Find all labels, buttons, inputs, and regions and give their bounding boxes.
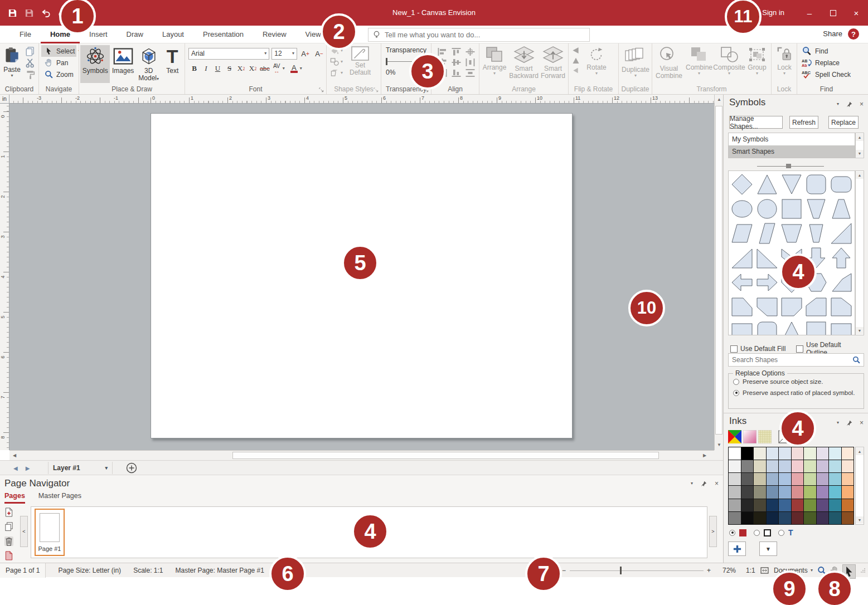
fit-to-window-icon[interactable] [760, 567, 769, 574]
distribute-v-icon[interactable] [465, 69, 476, 77]
menu-tab-layout[interactable]: Layout [153, 26, 193, 43]
superscript-button[interactable]: X2 [247, 62, 259, 75]
color-swatch[interactable] [792, 460, 804, 472]
manage-shapes-button[interactable]: Manage Shapes... [729, 116, 783, 129]
sign-in-button[interactable]: Sign in [762, 0, 784, 26]
color-swatch[interactable] [767, 460, 779, 472]
smart-forward-button[interactable]: Smart Forward [539, 45, 567, 83]
vertical-scroll-thumb[interactable] [715, 106, 722, 435]
composite-button[interactable]: Composite ▾ [714, 45, 745, 83]
color-swatch[interactable] [829, 460, 841, 472]
color-swatch[interactable] [842, 460, 854, 472]
symbol-size-slider-thumb[interactable] [786, 164, 791, 168]
color-swatch[interactable] [767, 447, 779, 460]
color-swatch[interactable] [779, 447, 791, 460]
zoom-button[interactable]: Zoom [41, 69, 76, 80]
visual-combine-button[interactable]: Visual Combine [653, 45, 685, 83]
symbol-shape-arrow-up[interactable] [829, 246, 854, 270]
color-swatch[interactable] [842, 499, 854, 511]
symbol-shape-arrow-left[interactable] [730, 270, 754, 295]
symbol-shape-triangle[interactable] [754, 172, 779, 197]
symbol-shape-rounded-rect[interactable] [829, 172, 854, 197]
color-swatch[interactable] [741, 499, 754, 511]
menu-tab-presentation[interactable]: Presentation [193, 26, 253, 43]
maximize-button[interactable] [821, 0, 845, 26]
symbol-shape-square[interactable] [779, 197, 804, 221]
inks-close-icon[interactable]: × [860, 419, 864, 427]
flip-vertical-icon[interactable] [571, 57, 580, 64]
color-swatch[interactable] [754, 447, 766, 460]
minimize-button[interactable]: – [798, 0, 821, 26]
fill-ink-radio[interactable] [729, 530, 735, 536]
align-left-icon[interactable] [437, 47, 448, 56]
outline-style-button[interactable]: ▾ [329, 57, 343, 66]
color-swatch[interactable] [767, 486, 779, 498]
color-swatch[interactable] [792, 499, 804, 511]
color-swatch[interactable] [754, 473, 766, 485]
zoom-ratio-button[interactable]: 1:1 [746, 563, 755, 578]
scroll-up-icon[interactable]: ▲ [715, 96, 723, 103]
ink-options-button[interactable]: ▼ [759, 541, 777, 556]
symbol-shape-arrow-right[interactable] [754, 270, 779, 295]
share-button[interactable]: Share [823, 30, 842, 38]
symbol-shape-rounded-square[interactable] [804, 172, 828, 197]
smart-backward-button[interactable]: Smart Backward [508, 45, 539, 83]
horizontal-scroll-thumb[interactable] [232, 452, 659, 459]
pan-button[interactable]: Pan [41, 57, 76, 69]
font-dialog-launcher-icon[interactable] [319, 87, 324, 92]
symbol-size-slider[interactable] [757, 163, 824, 169]
close-icon[interactable]: × [715, 480, 719, 487]
symbol-shape-trapezoid-tall[interactable] [829, 197, 854, 221]
pages-scroll-prev-button[interactable]: < [20, 516, 28, 547]
zoom-percent[interactable]: 72% [722, 563, 736, 578]
find-button[interactable]: Find [798, 45, 855, 57]
color-swatch[interactable] [842, 473, 854, 485]
shapes-scroll-down-icon[interactable]: ▼ [856, 327, 864, 334]
flip-horizontal-icon[interactable] [571, 47, 580, 54]
color-swatch[interactable] [767, 512, 779, 524]
scroll-down-icon[interactable]: ▼ [715, 441, 723, 448]
symbol-shape-slant-triangle[interactable] [829, 221, 854, 246]
menu-tab-review[interactable]: Review [253, 26, 296, 43]
color-swatch[interactable] [792, 447, 804, 460]
color-swatch[interactable] [729, 460, 741, 472]
symbol-shape-pentagon-slant-left[interactable] [804, 295, 828, 319]
symbol-library-item[interactable]: My Symbols [729, 133, 855, 145]
color-swatch[interactable] [779, 473, 791, 485]
color-swatch[interactable] [792, 473, 804, 485]
pin-icon[interactable] [701, 481, 707, 487]
color-swatch[interactable] [767, 473, 779, 485]
shape-styles-dialog-launcher-icon[interactable] [374, 87, 379, 92]
search-shapes-input[interactable] [732, 356, 852, 364]
shapes-scroll-up-icon[interactable]: ▲ [856, 172, 864, 179]
replace-option-radio[interactable]: Preserve aspect ratio of placed symbol. [733, 389, 859, 396]
color-swatch[interactable] [729, 499, 741, 511]
strikethrough-abc-button[interactable]: abc [259, 62, 271, 75]
color-swatch[interactable] [829, 499, 841, 511]
duplicate-page-button[interactable] [4, 522, 13, 531]
symbol-shape-corner-cut-left[interactable] [754, 295, 779, 319]
color-swatch[interactable] [804, 499, 816, 511]
symbol-shape-right-triangle[interactable] [730, 246, 754, 270]
menu-tab-file[interactable]: File [10, 26, 41, 43]
color-swatch[interactable] [829, 473, 841, 485]
color-swatch[interactable] [741, 486, 754, 498]
symbol-shape-trapezoid-down-narrow[interactable] [804, 221, 828, 246]
pagenav-tab-master-pages[interactable]: Master Pages [38, 492, 81, 504]
symbol-shape-rounded-square[interactable] [754, 319, 779, 335]
font-color-button[interactable]: A [288, 62, 300, 75]
decrease-font-button[interactable]: A− [313, 47, 325, 60]
color-swatch[interactable] [817, 499, 829, 511]
palette-scrollbar[interactable]: ▲ ▼ [855, 447, 864, 525]
color-swatch[interactable] [842, 512, 854, 524]
paste-button[interactable]: Paste ▾ [1, 45, 23, 83]
layer-selector[interactable]: Layer #1 ▾ [48, 462, 113, 474]
duplicate-button[interactable]: Duplicate ▾ [620, 45, 651, 83]
library-scroll-up-icon[interactable]: ▲ [856, 134, 864, 141]
color-swatch[interactable] [741, 447, 754, 460]
images-button[interactable]: Images [110, 45, 136, 83]
inks-pin-icon[interactable] [846, 420, 852, 426]
tell-me-searchbox[interactable] [368, 28, 590, 42]
symbol-shape-triangle[interactable] [779, 319, 804, 335]
symbol-shape-rectangle[interactable] [829, 319, 854, 335]
